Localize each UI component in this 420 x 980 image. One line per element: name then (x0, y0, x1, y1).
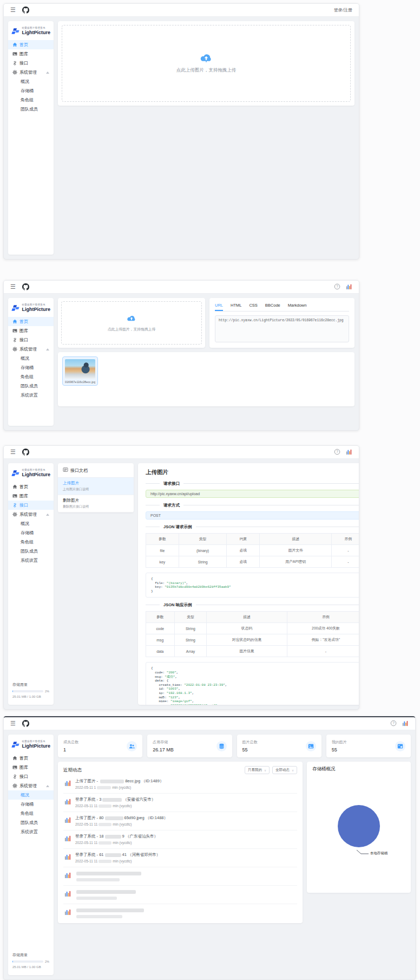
recent-activity-card: 近期动态 只看我的∨ 全部动态∨ 上传了图片 - 8ecc.jpg （ID:14… (58, 762, 303, 923)
chevron-down-icon: ∨ (292, 769, 294, 772)
user-avatar[interactable] (346, 282, 352, 292)
hamburger-menu-icon[interactable]: ☰ (10, 284, 16, 290)
sidebar-item-概况[interactable]: 概况 (8, 77, 54, 86)
sidebar-item-概况[interactable]: 概况 (8, 790, 54, 800)
sidebar-item-接口[interactable]: 接口 (8, 335, 54, 345)
sidebar-item-首页[interactable]: 首页 (8, 40, 54, 49)
sidebar-item-首页[interactable]: 首页 (8, 482, 54, 491)
screenshot-panel-api-docs: ☰ ? 轻量级图片管理系统LightPicture首页图库接口系统管理概况存储桶… (3, 445, 359, 710)
request-method: POST (146, 511, 359, 520)
code-line: } (151, 589, 359, 594)
sidebar-item-角色组[interactable]: 角色组 (8, 809, 54, 818)
sidebar-item-存储桶[interactable]: 存储桶 (8, 363, 54, 372)
user-avatar[interactable] (402, 719, 409, 729)
request-params-table: 参数类型约束描述示例file(binary)必填图片文件-keyString必填… (146, 533, 359, 568)
panel-body: 轻量级图片管理系统LightPicture首页图库接口系统管理概况存储桶角色组团… (4, 17, 359, 259)
filter-only-mine-select[interactable]: 只看我的∨ (245, 766, 270, 774)
help-icon[interactable]: ? (390, 719, 397, 729)
image-url-textarea[interactable]: http://pic.xyaxw.cn/LightPicture/2022/05… (215, 315, 349, 342)
sidebar-item-图库[interactable]: 图库 (8, 49, 54, 59)
sidebar-item-角色组[interactable]: 角色组 (8, 537, 54, 547)
help-icon[interactable]: ? (334, 447, 340, 457)
topbar: ☰ 登录/注册 (4, 4, 359, 17)
storage-pie-chart[interactable] (338, 805, 380, 847)
svg-text:?: ? (336, 450, 338, 453)
activity-avatar-icon (64, 853, 71, 862)
image-tile-selected[interactable]: 016967e116c28ecc.jpg (62, 356, 98, 386)
response-params-table: 参数类型描述示例codeString状态码200成功 400失败msgStrin… (146, 611, 359, 657)
sidebar-item-系统设置[interactable]: 系统设置 (8, 827, 54, 836)
sidebar-item-存储桶[interactable]: 存储桶 (8, 86, 54, 95)
api-docs-list-header: 接口文档 (58, 463, 134, 478)
activity-title: 近期动态 (63, 767, 82, 774)
upload-dropzone[interactable]: 点此上传图片，支持拖拽上传 (62, 25, 351, 102)
filter-all-activity-select[interactable]: 全部动态∨ (272, 766, 297, 774)
sidebar-item-系统管理[interactable]: 系统管理 (8, 510, 54, 519)
activity-list-item[interactable]: 登录了系统 - 6141 （河南省郑州市）2022-05-11 11min (v… (63, 849, 297, 867)
sidebar-item-概况[interactable]: 概况 (8, 519, 54, 528)
tab-bbcode[interactable]: BBCode (265, 302, 280, 311)
github-icon[interactable] (22, 720, 29, 727)
sidebar-item-角色组[interactable]: 角色组 (8, 372, 54, 381)
doc-list-item-上传图片[interactable]: 上传图片上传图片接口说明 (58, 478, 134, 495)
stat-card-成员总数: 成员总数1 (58, 735, 142, 757)
github-icon[interactable] (22, 449, 29, 456)
table-row: keyString必填用户API密钥- (146, 556, 359, 568)
app-name: LightPicture (22, 472, 50, 478)
image-thumbnail[interactable] (65, 359, 95, 379)
sidebar-item-团队成员[interactable]: 团队成员 (8, 818, 54, 827)
sidebar-item-系统管理[interactable]: 系统管理 (8, 345, 54, 354)
stat-cards-row: 成员总数1占用存储26.17 MB图片总数55我的图片55 (58, 735, 411, 757)
topbar: ☰ ? (4, 281, 359, 294)
hamburger-menu-icon[interactable]: ☰ (10, 449, 16, 455)
activity-list-item[interactable] (63, 904, 297, 922)
activity-list-item[interactable]: 登录了系统 - 3（安徽省六安市）2022-05-11 11min (vycdt… (63, 794, 297, 812)
sidebar-item-系统设置[interactable]: 系统设置 (8, 556, 54, 565)
sidebar-item-系统管理[interactable]: 系统管理 (8, 68, 54, 77)
api-doc-content-card: 上传图片 请求接口 http://pic.xyaxw.cn/api/upload… (138, 463, 359, 705)
sidebar-item-团队成员[interactable]: 团队成员 (8, 547, 54, 556)
sidebar-item-图库[interactable]: 图库 (8, 491, 54, 501)
sidebar-item-首页[interactable]: 首页 (8, 754, 54, 763)
sidebar-item-图库[interactable]: 图库 (8, 326, 54, 335)
sidebar-item-系统管理[interactable]: 系统管理 (8, 781, 54, 790)
document-icon (63, 467, 68, 473)
sidebar-item-接口[interactable]: 接口 (8, 59, 54, 68)
login-register-link[interactable]: 登录/注册 (334, 7, 352, 13)
tab-url[interactable]: URL (215, 302, 223, 311)
activity-list-item[interactable]: 登录了系统 - 189 （广东省汕头市）2022-05-11 11min (vy… (63, 830, 297, 849)
hamburger-menu-icon[interactable]: ☰ (10, 7, 16, 13)
activity-list-item[interactable]: 上传了图片 - 8ecc.jpg （ID:1489）2022-05-11 1mi… (63, 775, 297, 794)
home-icon (12, 484, 17, 489)
hamburger-menu-icon[interactable]: ☰ (10, 721, 16, 726)
code-line: code: "200", (151, 671, 359, 675)
tab-markdown[interactable]: Markdown (288, 302, 307, 311)
sidebar-item-团队成员[interactable]: 团队成员 (8, 105, 54, 114)
sidebar-item-团队成员[interactable]: 团队成员 (8, 381, 54, 391)
gear-icon (12, 783, 17, 788)
tab-html[interactable]: HTML (231, 302, 241, 311)
sidebar-item-首页[interactable]: 首页 (8, 317, 54, 326)
sidebar-item-概况[interactable]: 概况 (8, 354, 54, 363)
github-icon[interactable] (22, 7, 29, 14)
sidebar-item-接口[interactable]: 接口 (8, 501, 54, 510)
sidebar-item-图库[interactable]: 图库 (8, 763, 54, 772)
sidebar-item-角色组[interactable]: 角色组 (8, 95, 54, 105)
sidebar-item-接口[interactable]: 接口 (8, 772, 54, 781)
upload-dropzone[interactable]: 点此上传图片，支持拖拽上传 (61, 301, 202, 345)
user-avatar[interactable] (346, 447, 352, 457)
sidebar-item-存储桶[interactable]: 存储桶 (8, 528, 54, 537)
code-line: mime: "image/gif", (151, 699, 359, 704)
doc-list-item-删除图片[interactable]: 删除图片删除图片接口说明 (58, 495, 134, 512)
help-icon[interactable]: ? (334, 282, 340, 292)
sidebar-item-存储桶[interactable]: 存储桶 (8, 800, 54, 809)
tab-css[interactable]: CSS (249, 302, 257, 311)
section-label-endpoint: 请求接口 (160, 481, 183, 486)
activity-list-item[interactable] (63, 867, 297, 886)
activity-list-item[interactable] (63, 886, 297, 904)
activity-list-item[interactable]: 上传了图片 - 8065d90.jpeg （ID:1488）2022-05-11… (63, 812, 297, 830)
storage-usage-widget: 存储用量2%25.01 MB / 1.00 GB (8, 678, 54, 699)
sidebar-item-系统设置[interactable]: 系统设置 (8, 391, 54, 400)
upload-card: 点此上传图片，支持拖拽上传 (58, 21, 355, 106)
github-icon[interactable] (22, 283, 29, 290)
